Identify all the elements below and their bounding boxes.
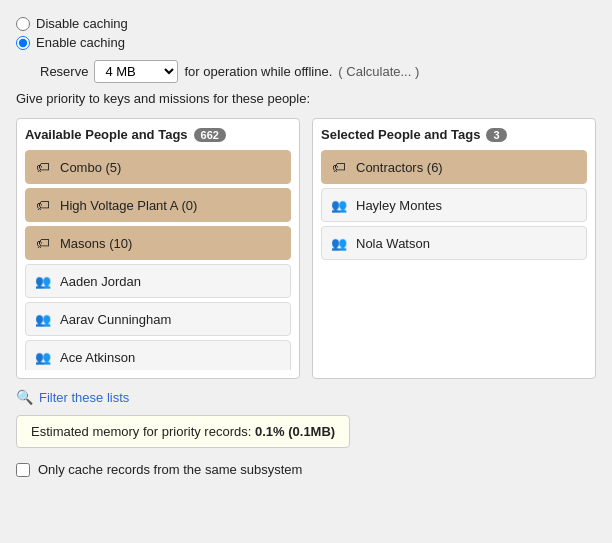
list-item[interactable]: Nola Watson — [321, 226, 587, 260]
reserve-select[interactable]: 1 MB 2 MB 4 MB 8 MB 16 MB — [94, 60, 178, 83]
subsystem-checkbox[interactable] — [16, 463, 30, 477]
list-item[interactable]: Hayley Montes — [321, 188, 587, 222]
priority-text: Give priority to keys and missions for t… — [16, 91, 596, 106]
selected-panel-header: Selected People and Tags 3 — [321, 127, 587, 142]
memory-bold-value: 0.1% (0.1MB) — [255, 424, 335, 439]
tag-icon — [34, 158, 52, 176]
list-item[interactable]: Combo (5) — [25, 150, 291, 184]
selected-panel-badge: 3 — [486, 128, 506, 142]
disable-caching-label: Disable caching — [36, 16, 128, 31]
memory-text-before: Estimated memory for priority records: — [31, 424, 251, 439]
tag-icon — [34, 234, 52, 252]
list-item[interactable]: Contractors (6) — [321, 150, 587, 184]
item-label: Combo (5) — [60, 160, 121, 175]
item-label: Hayley Montes — [356, 198, 442, 213]
people-icon — [330, 234, 348, 252]
memory-box: Estimated memory for priority records: 0… — [16, 415, 350, 448]
item-label: Aaden Jordan — [60, 274, 141, 289]
list-item[interactable]: Masons (10) — [25, 226, 291, 260]
item-label: Aarav Cunningham — [60, 312, 171, 327]
selected-panel-title: Selected People and Tags — [321, 127, 480, 142]
item-label: Masons (10) — [60, 236, 132, 251]
reserve-label: Reserve — [40, 64, 88, 79]
filter-link[interactable]: Filter these lists — [39, 390, 129, 405]
list-item[interactable]: Aarav Cunningham — [25, 302, 291, 336]
list-item[interactable]: High Voltage Plant A (0) — [25, 188, 291, 222]
disable-caching-row: Disable caching — [16, 16, 596, 31]
enable-caching-radio[interactable] — [16, 36, 30, 50]
calculate-link[interactable]: ( Calculate... ) — [338, 64, 419, 79]
people-icon — [330, 196, 348, 214]
item-label: Nola Watson — [356, 236, 430, 251]
subsystem-checkbox-row: Only cache records from the same subsyst… — [16, 462, 596, 477]
item-label: Ace Atkinson — [60, 350, 135, 365]
available-list-scroll[interactable]: Combo (5) High Voltage Plant A (0) Mason… — [25, 150, 291, 370]
list-item[interactable]: Aaden Jordan — [25, 264, 291, 298]
list-item[interactable]: Ace Atkinson — [25, 340, 291, 370]
available-panel-header: Available People and Tags 662 — [25, 127, 291, 142]
caching-options: Disable caching Enable caching — [16, 16, 596, 50]
people-icon — [34, 348, 52, 366]
lists-container: Available People and Tags 662 Combo (5) … — [16, 118, 596, 379]
people-icon — [34, 310, 52, 328]
item-label: Contractors (6) — [356, 160, 443, 175]
item-label: High Voltage Plant A (0) — [60, 198, 197, 213]
reserve-row: Reserve 1 MB 2 MB 4 MB 8 MB 16 MB for op… — [40, 60, 596, 83]
available-panel: Available People and Tags 662 Combo (5) … — [16, 118, 300, 379]
tag-icon — [34, 196, 52, 214]
tag-icon — [330, 158, 348, 176]
selected-panel: Selected People and Tags 3 Contractors (… — [312, 118, 596, 379]
available-panel-title: Available People and Tags — [25, 127, 188, 142]
filter-icon: 🔍 — [16, 389, 33, 405]
subsystem-checkbox-label: Only cache records from the same subsyst… — [38, 462, 302, 477]
available-panel-badge: 662 — [194, 128, 226, 142]
enable-caching-label: Enable caching — [36, 35, 125, 50]
people-icon — [34, 272, 52, 290]
filter-row: 🔍 Filter these lists — [16, 389, 596, 405]
enable-caching-row: Enable caching — [16, 35, 596, 50]
reserve-for-operation-text: for operation while offline. — [184, 64, 332, 79]
disable-caching-radio[interactable] — [16, 17, 30, 31]
selected-list-scroll[interactable]: Contractors (6) Hayley Montes Nola Watso… — [321, 150, 587, 370]
